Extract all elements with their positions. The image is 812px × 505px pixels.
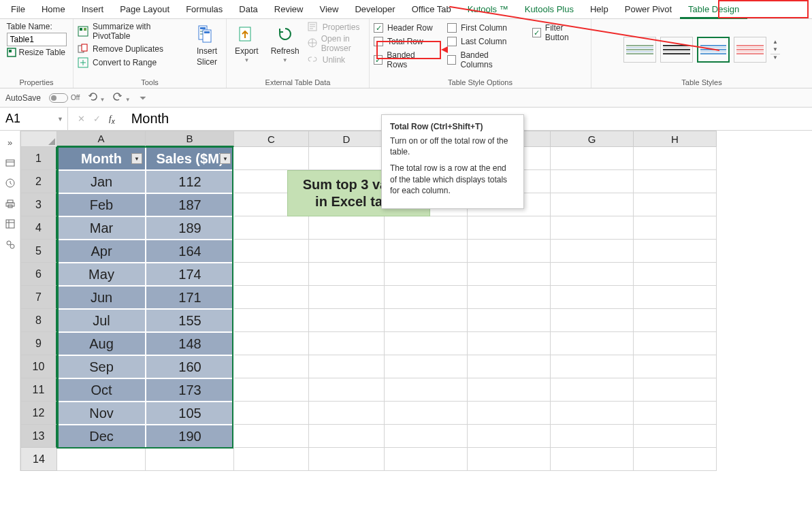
cell[interactable]: Apr: [57, 240, 146, 263]
styles-more-button[interactable]: ▲ ▼ ▼: [770, 39, 780, 61]
cell[interactable]: Sep: [57, 355, 146, 378]
fx-icon[interactable]: fx: [109, 113, 115, 125]
filter-button-checkbox[interactable]: Filter Button: [532, 23, 587, 42]
cell[interactable]: [309, 378, 385, 402]
summarize-pivot-button[interactable]: Summarize with PivotTable: [78, 22, 182, 41]
cell[interactable]: [385, 309, 468, 332]
cell[interactable]: [468, 332, 551, 355]
cell[interactable]: 148: [146, 332, 234, 355]
cell[interactable]: [309, 263, 385, 286]
convert-range-button[interactable]: Convert to Range: [78, 57, 182, 68]
sheet-icon[interactable]: [5, 219, 16, 230]
cell[interactable]: [57, 448, 146, 471]
cell[interactable]: [551, 240, 634, 263]
cell[interactable]: [234, 448, 309, 471]
tablename-input[interactable]: [7, 33, 67, 46]
cell[interactable]: [234, 263, 309, 286]
row-header[interactable]: 11: [20, 378, 57, 402]
row-header[interactable]: 7: [20, 286, 57, 309]
ribbon-tab-office-tab[interactable]: Office Tab: [404, 0, 459, 19]
row-header[interactable]: 1: [20, 147, 57, 170]
cancel-icon[interactable]: ✕: [78, 114, 85, 124]
banded-rows-checkbox[interactable]: Banded Rows: [374, 50, 435, 69]
cell[interactable]: [551, 448, 634, 471]
select-all-cell[interactable]: [20, 131, 57, 147]
cell[interactable]: [385, 263, 468, 286]
cell[interactable]: [551, 309, 634, 332]
cell[interactable]: [309, 332, 385, 355]
header-row-checkbox[interactable]: Header Row: [374, 23, 435, 33]
cell[interactable]: [234, 309, 309, 332]
cell[interactable]: [468, 286, 551, 309]
cell[interactable]: [634, 263, 717, 286]
ribbon-tab-table-design[interactable]: Table Design: [680, 0, 747, 19]
cell[interactable]: [551, 378, 634, 402]
row-header[interactable]: 8: [20, 309, 57, 332]
find-icon[interactable]: [5, 240, 16, 250]
row-header[interactable]: 3: [20, 193, 57, 216]
cell[interactable]: [551, 263, 634, 286]
cell[interactable]: May: [57, 263, 146, 286]
cell[interactable]: [551, 216, 634, 240]
cell[interactable]: [385, 402, 468, 425]
cell[interactable]: [309, 309, 385, 332]
row-header[interactable]: 12: [20, 402, 57, 425]
cell[interactable]: [551, 147, 634, 170]
col-header-C[interactable]: C: [234, 131, 309, 147]
ribbon-tab-data[interactable]: Data: [231, 0, 265, 19]
remove-duplicates-button[interactable]: Remove Duplicates: [78, 44, 182, 54]
row-header[interactable]: 9: [20, 332, 57, 355]
cell[interactable]: [234, 286, 309, 309]
cell[interactable]: [468, 402, 551, 425]
table-style-thumb[interactable]: [734, 37, 766, 63]
cell[interactable]: [634, 240, 717, 263]
ribbon-tab-file[interactable]: File: [3, 0, 33, 19]
cell[interactable]: [146, 448, 234, 471]
row-header[interactable]: 6: [20, 263, 57, 286]
cell[interactable]: [234, 216, 309, 240]
cell[interactable]: [385, 240, 468, 263]
table-styles-gallery[interactable]: ▲ ▼ ▼: [623, 22, 780, 77]
cell[interactable]: [309, 448, 385, 471]
cell[interactable]: [634, 216, 717, 240]
print-icon[interactable]: [5, 199, 16, 210]
autosave-toggle[interactable]: [49, 93, 68, 103]
table-style-thumb[interactable]: [697, 37, 730, 63]
ribbon-tab-view[interactable]: View: [311, 0, 346, 19]
cell[interactable]: [634, 332, 717, 355]
last-column-checkbox[interactable]: Last Column: [447, 37, 520, 46]
cell[interactable]: [385, 332, 468, 355]
refresh-button[interactable]: Refresh ▼: [267, 22, 304, 65]
resize-table-button[interactable]: Resize Table: [7, 48, 67, 57]
cell[interactable]: [468, 309, 551, 332]
cell[interactable]: 173: [146, 378, 234, 402]
cell[interactable]: [634, 355, 717, 378]
export-button[interactable]: Export ▼: [231, 22, 263, 65]
cell[interactable]: [468, 378, 551, 402]
cell[interactable]: Jul: [57, 309, 146, 332]
clock-icon[interactable]: [5, 178, 16, 189]
col-header-A[interactable]: A: [57, 131, 146, 147]
ribbon-tab-kutools-plus[interactable]: Kutools Plus: [517, 0, 582, 19]
cell[interactable]: 155: [146, 309, 234, 332]
cell[interactable]: Nov: [57, 402, 146, 425]
cell[interactable]: 174: [146, 263, 234, 286]
cell[interactable]: [309, 402, 385, 425]
cell[interactable]: Aug: [57, 332, 146, 355]
row-header[interactable]: 2: [20, 170, 57, 193]
ribbon-tab-power-pivot[interactable]: Power Pivot: [617, 0, 680, 19]
col-header-G[interactable]: G: [551, 131, 634, 147]
cell[interactable]: 190: [146, 425, 234, 448]
cell[interactable]: [551, 355, 634, 378]
cell[interactable]: [468, 240, 551, 263]
cell[interactable]: [634, 170, 717, 193]
filter-dropdown-icon[interactable]: ▼: [131, 153, 142, 164]
grid[interactable]: ABCDEFGH 1Month▼Sales ($M)▼2Jan1123Feb18…: [20, 131, 717, 471]
cell[interactable]: Oct: [57, 378, 146, 402]
ribbon-tab-review[interactable]: Review: [266, 0, 312, 19]
cell[interactable]: [385, 286, 468, 309]
cell[interactable]: [234, 355, 309, 378]
cell[interactable]: 187: [146, 193, 234, 216]
cell[interactable]: 105: [146, 402, 234, 425]
ribbon-tab-developer[interactable]: Developer: [346, 0, 403, 19]
